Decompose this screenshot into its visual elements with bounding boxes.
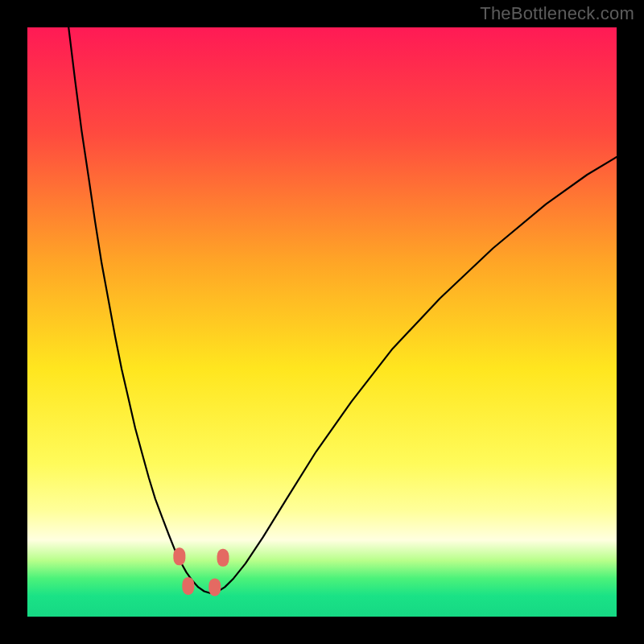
plot-background <box>27 27 617 617</box>
curve-marker <box>208 578 221 596</box>
curve-marker <box>217 549 229 567</box>
watermark-text: TheBottleneck.com <box>480 3 634 24</box>
curve-marker <box>173 547 185 565</box>
bottleneck-plot <box>0 0 644 644</box>
chart-frame: TheBottleneck.com <box>0 0 644 644</box>
curve-marker <box>182 577 194 595</box>
